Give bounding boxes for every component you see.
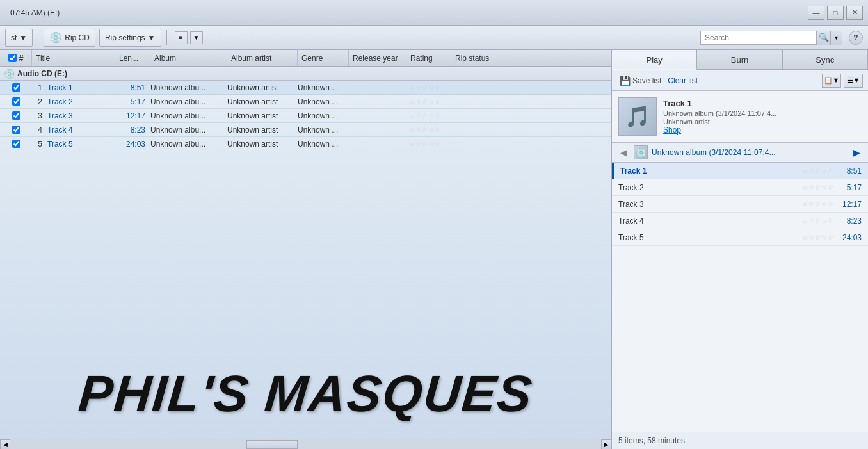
right-track-stars-4[interactable]: ☆☆☆☆☆ (802, 217, 833, 224)
clear-list-link[interactable]: Clear list (668, 76, 698, 85)
table-row[interactable]: 3 Track 3 12:17 Unknown albu... Unknown … (0, 109, 611, 123)
column-header-rip-status[interactable]: Rip status (451, 50, 502, 66)
track-checkbox-1[interactable] (0, 81, 32, 94)
playlist-icon-button[interactable]: 📋▼ (822, 74, 841, 88)
header-num-label: # (19, 54, 24, 63)
tab-burn[interactable]: Burn (697, 50, 782, 69)
header-checkbox-area[interactable]: # (0, 50, 32, 66)
save-list-button[interactable]: 💾 Save list (617, 74, 664, 87)
right-track-stars-3[interactable]: ☆☆☆☆☆ (802, 200, 833, 208)
main-layout: # Title Len... Album Album artist Genre … (0, 50, 868, 449)
scroll-left-button[interactable]: ◀ (0, 439, 10, 450)
track-checkbox-5[interactable] (0, 137, 32, 151)
view-details-button[interactable]: ≡ (175, 31, 188, 44)
track-rating-5[interactable]: ☆☆☆☆☆ (406, 140, 451, 147)
right-track-stars-2[interactable]: ☆☆☆☆☆ (802, 184, 833, 191)
nav-back-button[interactable]: ◀ (617, 146, 630, 159)
table-row[interactable]: 1 Track 1 8:51 Unknown albu... Unknown a… (0, 81, 611, 95)
track-title-5[interactable]: Track 5 (45, 140, 115, 149)
list-item[interactable]: Track 4 ☆☆☆☆☆ 8:23 (612, 213, 868, 229)
table-row[interactable]: 5 Track 5 24:03 Unknown albu... Unknown … (0, 137, 611, 151)
search-input[interactable] (701, 33, 816, 42)
list-item[interactable]: Track 3 ☆☆☆☆☆ 12:17 (612, 196, 868, 213)
window-title: 07:45 AM) (E:) (5, 8, 60, 17)
rip-settings-button[interactable]: Rip settings ▼ (99, 29, 161, 47)
toolbar-separator-2 (166, 30, 167, 45)
track-artist-1: Unknown artist (227, 83, 298, 92)
rip-cd-button[interactable]: 💿 Rip CD (44, 29, 95, 47)
floppy-icon: 💾 (620, 76, 631, 86)
right-track-stars-5[interactable]: ☆☆☆☆☆ (802, 234, 833, 241)
cd-drive-icon: 💿 (4, 69, 15, 79)
list-item[interactable]: Track 2 ☆☆☆☆☆ 5:17 (612, 179, 868, 196)
right-track-duration-5: 24:03 (839, 233, 862, 242)
table-row[interactable]: 2 Track 2 5:17 Unknown albu... Unknown a… (0, 95, 611, 109)
nav-forward-button[interactable]: ▶ (850, 146, 863, 159)
right-track-stars-1[interactable]: ☆☆☆☆☆ (802, 167, 833, 174)
view-dropdown-button[interactable]: ▼ (190, 31, 203, 44)
list-dropdown-button[interactable]: st ▼ (5, 29, 33, 47)
track-title-4[interactable]: Track 4 (45, 126, 115, 135)
window-controls: — □ ✕ (808, 6, 863, 20)
track-rating-1[interactable]: ☆☆☆☆☆ (406, 84, 451, 91)
track-title-2[interactable]: Track 2 (45, 97, 115, 106)
horizontal-scrollbar[interactable]: ◀ ▶ (0, 439, 611, 449)
column-header-album[interactable]: Album (150, 50, 227, 66)
album-nav-toolbar: ◀ 💿 Unknown album (3/1/2024 11:07:4... ▶ (612, 143, 868, 163)
list-item[interactable]: Track 1 ☆☆☆☆☆ 8:51 (612, 163, 868, 179)
track-checkbox-2[interactable] (0, 95, 32, 108)
track-artist-5: Unknown artist (227, 140, 298, 149)
search-icon-button[interactable]: 🔍 (816, 31, 830, 45)
column-header-album-artist[interactable]: Album artist (227, 50, 298, 66)
rip-cd-label: Rip CD (65, 33, 90, 42)
list-item[interactable]: Track 5 ☆☆☆☆☆ 24:03 (612, 229, 868, 246)
track-list-panel: # Title Len... Album Album artist Genre … (0, 50, 612, 449)
minimize-button[interactable]: — (808, 6, 824, 20)
track-rows-container: 1 Track 1 8:51 Unknown albu... Unknown a… (0, 81, 611, 439)
select-all-checkbox[interactable] (8, 54, 17, 62)
track-rating-3[interactable]: ☆☆☆☆☆ (406, 112, 451, 119)
right-track-list: Track 1 ☆☆☆☆☆ 8:51 Track 2 ☆☆☆☆☆ 5:17 Tr… (612, 163, 868, 432)
tab-play[interactable]: Play (612, 50, 697, 70)
column-header-genre[interactable]: Genre (298, 50, 349, 66)
track-album-2: Unknown albu... (150, 97, 227, 106)
options-icon-button[interactable]: ☰▼ (844, 74, 863, 88)
rip-settings-arrow: ▼ (148, 33, 156, 42)
track-album-3: Unknown albu... (150, 111, 227, 120)
tab-sync[interactable]: Sync (783, 50, 868, 69)
right-track-duration-1: 8:51 (839, 167, 862, 176)
track-num-3: 3 (32, 111, 45, 120)
close-button[interactable]: ✕ (846, 6, 863, 20)
album-nav-label[interactable]: Unknown album (3/1/2024 11:07:4... (652, 148, 846, 157)
help-button[interactable]: ? (849, 31, 863, 45)
search-dropdown-button[interactable]: ▼ (830, 31, 842, 45)
track-genre-1: Unknown ... (298, 83, 349, 92)
right-track-name-5: Track 5 (618, 233, 802, 242)
track-genre-2: Unknown ... (298, 97, 349, 106)
scroll-right-button[interactable]: ▶ (601, 439, 611, 450)
footer-item-count: 5 items, 58 minutes (618, 436, 862, 445)
track-artist-3: Unknown artist (227, 111, 298, 120)
column-header-rating[interactable]: Rating (406, 50, 451, 66)
scroll-thumb[interactable] (246, 440, 298, 449)
track-checkbox-3[interactable] (0, 109, 32, 122)
maximize-button[interactable]: □ (827, 6, 844, 20)
album-nav-icon: 💿 (634, 145, 648, 159)
track-title-3[interactable]: Track 3 (45, 111, 115, 120)
track-title-1[interactable]: Track 1 (45, 83, 115, 92)
track-length-2: 5:17 (115, 97, 150, 106)
right-track-name-2: Track 2 (618, 183, 802, 192)
track-rating-4[interactable]: ☆☆☆☆☆ (406, 126, 451, 133)
track-rating-2[interactable]: ☆☆☆☆☆ (406, 98, 451, 105)
shop-link[interactable]: Shop (663, 126, 862, 135)
track-checkbox-4[interactable] (0, 123, 32, 136)
right-header-icons: 📋▼ ☰▼ (822, 74, 863, 88)
scroll-track[interactable] (10, 439, 601, 450)
column-header-title[interactable]: Title (32, 50, 115, 66)
column-header-length[interactable]: Len... (115, 50, 150, 66)
column-header-release-year[interactable]: Release year (349, 50, 406, 66)
list-label: st (11, 33, 17, 42)
main-toolbar: st ▼ 💿 Rip CD Rip settings ▼ ≡ ▼ 🔍 ▼ ? (0, 26, 868, 50)
right-track-name-1: Track 1 (620, 167, 802, 176)
table-row[interactable]: 4 Track 4 8:23 Unknown albu... Unknown a… (0, 123, 611, 137)
